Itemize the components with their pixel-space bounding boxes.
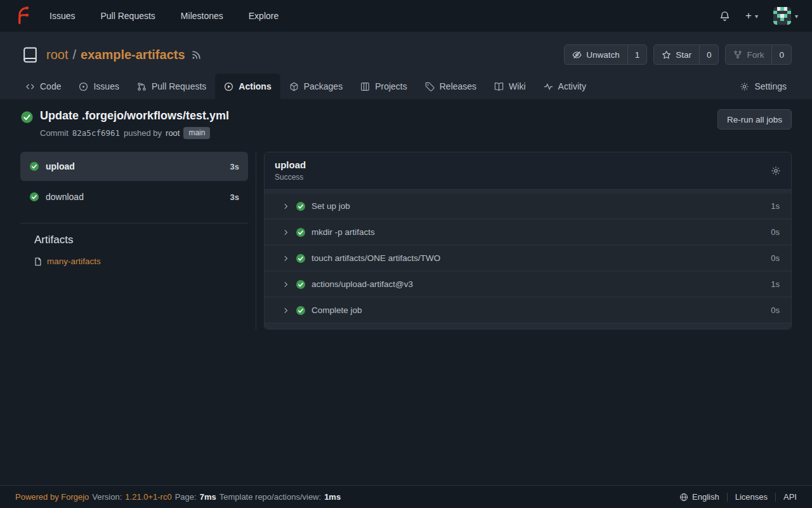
commit-author-link[interactable]: root — [166, 128, 180, 138]
repo-tabs: Code Issues Pull Requests Actions Packag… — [0, 71, 812, 99]
job-detail-panel: upload Success Set up job 1s — [264, 152, 792, 330]
footer-separator — [727, 493, 728, 502]
star-icon — [662, 50, 671, 60]
step-row[interactable]: mkdir -p artifacts 0s — [265, 220, 791, 245]
tab-actions[interactable]: Actions — [215, 74, 280, 99]
success-check-icon — [296, 253, 306, 264]
step-list: Set up job 1s mkdir -p artifacts 0s — [265, 190, 791, 329]
nav-item-pull-requests[interactable]: Pull Requests — [100, 11, 155, 21]
stars-count[interactable]: 0 — [699, 45, 719, 64]
licenses-link[interactable]: Licenses — [735, 492, 768, 502]
step-duration: 0s — [771, 253, 780, 263]
chevron-right-icon[interactable] — [282, 229, 290, 236]
job-duration: 3s — [230, 192, 239, 202]
artifact-item[interactable]: many-artifacts — [34, 257, 248, 266]
powered-by-link[interactable]: Powered by Forgejo — [15, 492, 89, 502]
forks-count[interactable]: 0 — [771, 45, 791, 64]
nav-item-issues[interactable]: Issues — [49, 11, 75, 21]
create-new-menu[interactable]: + ▾ — [745, 10, 758, 22]
page-time: 7ms — [200, 492, 216, 502]
run-commit-line: Commit 82a5cf6961 pushed by root main — [40, 127, 229, 139]
watchers-count[interactable]: 1 — [627, 45, 647, 64]
artifact-download-link[interactable]: many-artifacts — [47, 257, 101, 266]
notifications-bell-icon[interactable] — [719, 11, 730, 22]
job-name: upload — [46, 161, 224, 171]
tab-pull-requests[interactable]: Pull Requests — [128, 74, 215, 99]
artifacts-heading: Artifacts — [34, 234, 248, 246]
eye-off-icon — [572, 50, 582, 60]
step-row[interactable]: actions/upload-artifact@v3 1s — [265, 272, 791, 297]
star-button[interactable]: Star 0 — [653, 44, 719, 65]
success-check-icon — [296, 279, 306, 290]
step-name: touch artifacts/ONE artifacts/TWO — [311, 253, 765, 263]
job-item-download[interactable]: download 3s — [20, 182, 248, 211]
unwatch-label: Unwatch — [586, 50, 620, 60]
plus-icon: + — [745, 10, 752, 22]
job-item-upload[interactable]: upload 3s — [20, 152, 248, 181]
template-label: Template repo/actions/view: — [219, 492, 321, 502]
nav-item-milestones[interactable]: Milestones — [181, 11, 223, 21]
version-link[interactable]: 1.21.0+1-rc0 — [125, 492, 171, 502]
breadcrumb: root / example-artifacts — [46, 48, 185, 62]
rss-icon[interactable] — [192, 50, 201, 60]
repo-book-icon — [22, 46, 39, 64]
project-board-icon — [360, 82, 370, 91]
chevron-down-icon: ▾ — [795, 13, 798, 20]
job-detail-name: upload — [275, 159, 306, 170]
fork-button[interactable]: Fork 0 — [725, 44, 792, 65]
version-label: Version: — [92, 492, 122, 502]
step-row[interactable]: touch artifacts/ONE artifacts/TWO 0s — [265, 246, 791, 271]
job-detail-header: upload Success — [265, 152, 791, 190]
footer-separator — [775, 493, 776, 502]
breadcrumb-separator: / — [72, 48, 76, 62]
tab-activity[interactable]: Activity — [535, 74, 595, 99]
success-check-icon — [29, 161, 39, 171]
footer-links: English Licenses API — [679, 492, 797, 502]
top-navbar: Issues Pull Requests Milestones Explore … — [0, 0, 812, 32]
chevron-right-icon[interactable] — [282, 307, 290, 314]
api-link[interactable]: API — [783, 492, 797, 502]
tab-packages[interactable]: Packages — [280, 74, 351, 99]
step-name: Complete job — [311, 305, 765, 315]
run-title: Update .forgejo/workflows/test.yml — [40, 109, 229, 123]
fork-icon — [733, 50, 742, 59]
navbar-links: Issues Pull Requests Milestones Explore — [49, 11, 278, 21]
tab-settings[interactable]: Settings — [731, 74, 796, 99]
actions-run-view: Update .forgejo/workflows/test.yml Commi… — [0, 99, 812, 485]
star-label: Star — [676, 50, 691, 60]
chevron-right-icon[interactable] — [282, 255, 290, 262]
forgejo-logo-icon[interactable] — [14, 6, 33, 25]
chevron-right-icon[interactable] — [282, 203, 290, 210]
step-duration: 1s — [771, 279, 780, 289]
chevron-down-icon: ▾ — [755, 13, 758, 20]
tab-issues[interactable]: Issues — [70, 74, 128, 99]
step-row[interactable]: Set up job 1s — [265, 194, 791, 219]
step-row[interactable]: Complete job 0s — [265, 298, 791, 323]
repo-owner-link[interactable]: root — [46, 48, 68, 62]
tab-projects[interactable]: Projects — [351, 74, 416, 99]
unwatch-button[interactable]: Unwatch 1 — [564, 44, 647, 65]
nav-item-explore[interactable]: Explore — [249, 11, 278, 21]
chevron-right-icon[interactable] — [282, 281, 290, 288]
job-options-gear-icon[interactable] — [771, 166, 781, 176]
branch-badge[interactable]: main — [183, 127, 210, 139]
page-label: Page: — [175, 492, 197, 502]
language-selector[interactable]: English — [679, 492, 719, 502]
navbar-right: + ▾ ▾ — [719, 7, 798, 25]
repo-header: root / example-artifacts — [0, 32, 812, 99]
user-menu[interactable]: ▾ — [773, 7, 798, 25]
step-name: mkdir -p artifacts — [311, 227, 765, 237]
step-duration: 0s — [771, 227, 780, 237]
tab-code[interactable]: Code — [16, 74, 70, 99]
repo-name-link[interactable]: example-artifacts — [81, 48, 185, 62]
pull-request-icon — [137, 82, 147, 91]
pushed-by-label: pushed by — [124, 128, 162, 138]
tab-wiki[interactable]: Wiki — [485, 74, 534, 99]
footer: Powered by Forgejo Version: 1.21.0+1-rc0… — [0, 485, 812, 508]
tag-icon — [425, 82, 435, 91]
tab-releases[interactable]: Releases — [416, 74, 485, 99]
rerun-all-jobs-button[interactable]: Re-run all jobs — [717, 109, 792, 130]
commit-sha-link[interactable]: 82a5cf6961 — [72, 128, 120, 138]
step-duration: 1s — [771, 201, 780, 211]
success-check-icon — [20, 110, 34, 124]
